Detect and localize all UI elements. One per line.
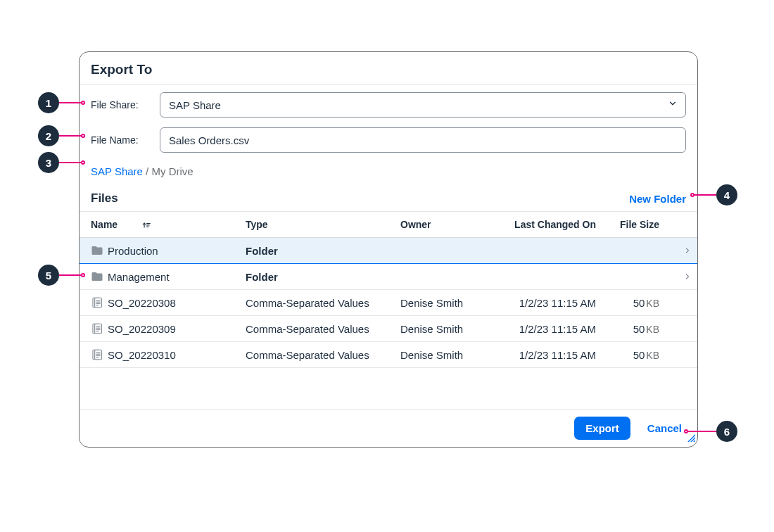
file-share-row: File Share:	[91, 92, 686, 118]
table-row[interactable]: ManagementFolder	[80, 264, 697, 290]
size-unit: KB	[646, 324, 659, 335]
row-name-label: SO_20220310	[108, 349, 176, 361]
file-share-select[interactable]	[160, 92, 686, 118]
breadcrumb: SAP Share / My Drive	[80, 163, 697, 186]
breadcrumb-current: My Drive	[151, 165, 193, 177]
resize-grip-icon[interactable]	[687, 432, 695, 445]
files-table-body: ProductionFolderManagementFolderSO_20220…	[80, 238, 697, 368]
folder-icon	[91, 244, 103, 257]
files-section-title: Files	[91, 191, 118, 205]
dialog-title: Export To	[91, 62, 686, 77]
cell-size: 50KB	[607, 290, 671, 316]
file-icon	[91, 296, 103, 309]
annotation-1: 1	[38, 92, 85, 113]
cell-owner: Denise Smith	[389, 290, 488, 316]
table-row[interactable]: SO_20220310Comma-Separated ValuesDenise …	[80, 342, 697, 368]
size-value: 50	[633, 349, 645, 361]
col-name-header[interactable]: Name	[80, 212, 234, 238]
cell-owner	[389, 238, 488, 264]
files-table-header-row: Name Type Owner Last Changed On File Siz…	[80, 212, 697, 238]
cell-size: 50KB	[607, 342, 671, 368]
cell-changed: 1/2/23 11:15 AM	[488, 316, 607, 342]
files-table-container: Name Type Owner Last Changed On File Siz…	[80, 211, 697, 409]
cell-owner: Denise Smith	[389, 316, 488, 342]
size-unit: KB	[646, 298, 659, 309]
cell-nav	[671, 290, 697, 316]
cell-type: Comma-Separated Values	[234, 290, 389, 316]
breadcrumb-sep: /	[143, 165, 152, 177]
col-name-label: Name	[91, 219, 118, 230]
file-icon	[91, 348, 103, 361]
cell-name: SO_20220310	[80, 342, 234, 368]
col-size-header[interactable]: File Size	[607, 212, 671, 238]
cell-changed: 1/2/23 11:15 AM	[488, 342, 607, 368]
chevron-right-icon	[683, 246, 692, 255]
cell-size	[607, 238, 671, 264]
cancel-button[interactable]: Cancel	[643, 417, 686, 440]
files-table: Name Type Owner Last Changed On File Siz…	[80, 212, 697, 368]
file-icon	[91, 322, 103, 335]
file-name-input-wrap	[160, 127, 686, 153]
row-name-label: SO_20220309	[108, 323, 176, 335]
form-area: File Share: File Name:	[80, 85, 697, 163]
svg-rect-7	[95, 324, 102, 334]
annotation-5: 5	[38, 265, 85, 286]
cell-type: Folder	[234, 238, 389, 264]
cell-nav	[671, 316, 697, 342]
file-name-label: File Name:	[91, 134, 160, 146]
cell-size: 50KB	[607, 316, 671, 342]
chevron-right-icon	[683, 272, 692, 281]
svg-rect-1	[95, 298, 102, 308]
annotation-2: 2	[38, 125, 85, 146]
dialog-footer: Export Cancel	[80, 409, 697, 447]
size-unit: KB	[646, 350, 659, 361]
cell-changed	[488, 264, 607, 290]
cell-name: Management	[80, 264, 234, 290]
cell-name: SO_20220309	[80, 316, 234, 342]
col-type-header[interactable]: Type	[234, 212, 389, 238]
col-owner-header[interactable]: Owner	[389, 212, 488, 238]
row-name-label: Management	[108, 271, 170, 283]
size-value: 50	[633, 323, 645, 335]
cell-size	[607, 264, 671, 290]
cell-owner	[389, 264, 488, 290]
cell-type: Comma-Separated Values	[234, 316, 389, 342]
export-dialog: Export To File Share: File Name: SAP Sha…	[79, 51, 698, 448]
annotation-3: 3	[38, 152, 85, 173]
col-changed-header[interactable]: Last Changed On	[488, 212, 607, 238]
cell-type: Folder	[234, 264, 389, 290]
folder-icon	[91, 270, 103, 283]
cell-changed	[488, 238, 607, 264]
cell-nav	[671, 342, 697, 368]
file-share-select-wrap	[160, 92, 686, 118]
table-row[interactable]: SO_20220309Comma-Separated ValuesDenise …	[80, 316, 697, 342]
annotation-badge: 5	[38, 265, 59, 286]
row-name-label: SO_20220308	[108, 297, 176, 309]
files-header: Files New Folder	[80, 186, 697, 211]
annotation-badge: 4	[716, 184, 737, 205]
new-folder-button[interactable]: New Folder	[629, 193, 686, 205]
cell-owner: Denise Smith	[389, 342, 488, 368]
table-row[interactable]: ProductionFolder	[80, 238, 697, 264]
annotation-badge: 2	[38, 125, 59, 146]
file-name-input[interactable]	[160, 127, 686, 153]
cell-name: SO_20220308	[80, 290, 234, 316]
cell-type: Comma-Separated Values	[234, 342, 389, 368]
cell-name: Production	[80, 238, 234, 264]
breadcrumb-root-link[interactable]: SAP Share	[91, 165, 143, 177]
cell-changed: 1/2/23 11:15 AM	[488, 290, 607, 316]
svg-rect-13	[95, 350, 102, 360]
file-share-label: File Share:	[91, 99, 160, 110]
dialog-header: Export To	[80, 52, 697, 85]
export-button[interactable]: Export	[574, 417, 630, 440]
cell-nav[interactable]	[671, 264, 697, 290]
file-name-row: File Name:	[91, 127, 686, 153]
cell-nav[interactable]	[671, 238, 697, 264]
col-nav-header	[671, 212, 697, 238]
size-value: 50	[633, 297, 645, 309]
sort-ascending-icon	[141, 220, 151, 230]
annotation-badge: 1	[38, 92, 59, 113]
annotation-badge: 6	[716, 421, 737, 442]
row-name-label: Production	[108, 245, 158, 257]
table-row[interactable]: SO_20220308Comma-Separated ValuesDenise …	[80, 290, 697, 316]
